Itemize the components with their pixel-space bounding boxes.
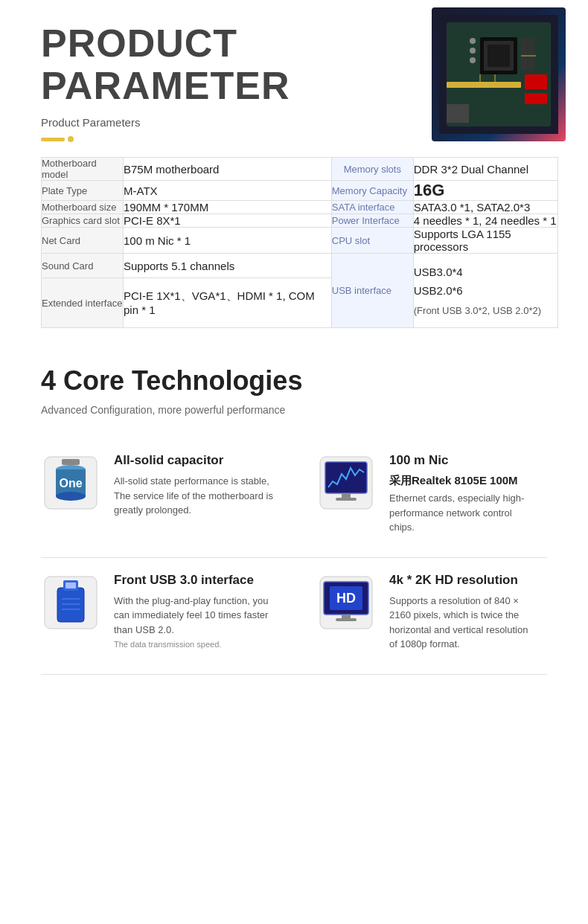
cell-value-memory-slots: DDR 3*2 Dual Channel <box>413 158 557 181</box>
feature-item-capacitor: One All-solid capacitor All-solid state … <box>41 438 294 558</box>
nic-title: 100 m Nic <box>389 453 532 468</box>
svg-rect-22 <box>62 459 80 465</box>
svg-rect-4 <box>488 45 510 67</box>
cell-label-usb: USB interface <box>331 254 413 328</box>
cell-label-gpu-slot: Graphics card slot <box>42 214 124 228</box>
capacitor-icon: One <box>41 453 100 513</box>
svg-rect-30 <box>65 583 76 588</box>
feature-item-hd: HD 4k * 2K HD resolution Supports a reso… <box>294 558 547 675</box>
svg-point-20 <box>56 492 86 501</box>
feature-grid: One All-solid capacitor All-solid state … <box>41 438 547 675</box>
cell-label-sata: SATA interface <box>331 201 413 214</box>
motherboard-svg <box>439 15 558 134</box>
core-title: 4 Core Technologies <box>41 365 547 397</box>
svg-point-15 <box>470 48 476 54</box>
svg-rect-39 <box>336 618 357 621</box>
svg-rect-5 <box>521 37 527 71</box>
cell-label-sound-card: Sound Card <box>42 254 124 278</box>
svg-point-16 <box>470 57 476 63</box>
usb-icon <box>41 573 100 632</box>
cell-label-memory-slots: Memory slots <box>331 158 413 181</box>
spec-table-section: Motherboard model B75M motherboard Memor… <box>0 157 588 350</box>
svg-text:One: One <box>59 477 82 490</box>
nic-desc: Ethernet cards, especially high-performa… <box>389 491 532 535</box>
cell-value-mb-size: 190MM * 170MM <box>124 201 332 214</box>
cell-label-mem-cap: Memory Capacity <box>331 181 413 201</box>
cell-value-cpu-slot: Supports LGA 1155 processors <box>413 228 557 254</box>
cell-value-gpu-slot: PCI-E 8X*1 <box>124 214 332 228</box>
table-row: Plate Type M-ATX Memory Capacity 16G <box>42 181 558 201</box>
cell-value-extended: PCI-E 1X*1、VGA*1、HDMI * 1, COM pin * 1 <box>124 278 332 328</box>
svg-rect-28 <box>57 588 84 622</box>
capacitor-desc: All-solid state performance is stable, T… <box>114 474 279 518</box>
usb-desc-small: The data transmission speed. <box>114 640 279 649</box>
cell-value-sound-card: Supports 5.1 channels <box>124 254 332 278</box>
hero-image <box>432 7 566 141</box>
svg-rect-7 <box>447 82 521 88</box>
svg-rect-6 <box>528 37 534 71</box>
core-section: 4 Core Technologies Advanced Configurati… <box>0 350 588 697</box>
cell-value-mb-model: B75M motherboard <box>124 158 332 181</box>
usb-content: Front USB 3.0 interface With the plug-an… <box>114 573 279 649</box>
capacitor-content: All-solid capacitor All-solid state perf… <box>114 453 279 518</box>
cell-label-cpu-slot: CPU slot <box>331 228 413 254</box>
svg-rect-38 <box>342 615 351 618</box>
svg-rect-9 <box>525 93 547 104</box>
svg-rect-8 <box>525 74 547 89</box>
usb-title: Front USB 3.0 interface <box>114 573 279 588</box>
svg-rect-26 <box>336 498 357 501</box>
cell-value-plate-type: M-ATX <box>124 181 332 201</box>
table-row: Sound Card Supports 5.1 channels USB int… <box>42 254 558 278</box>
cell-label-extended: Extended interface <box>42 278 124 328</box>
nic-subtitle: 采用Realtek 8105E 100M <box>389 474 532 488</box>
usb-desc: With the plug-and-play function, you can… <box>114 594 279 638</box>
cell-label-power: Power Interface <box>331 214 413 228</box>
svg-point-14 <box>470 38 476 44</box>
table-row: Net Card 100 m Nic * 1 CPU slot Supports… <box>42 228 558 254</box>
cell-value-usb: USB3.0*4USB2.0*6(Front USB 3.0*2, USB 2.… <box>413 254 557 328</box>
svg-rect-10 <box>447 104 469 123</box>
cell-label-net-card: Net Card <box>42 228 124 254</box>
svg-rect-25 <box>342 493 351 498</box>
hd-icon: HD <box>316 573 376 632</box>
nic-icon <box>316 453 376 513</box>
core-desc: Advanced Configuration, more powerful pe… <box>41 404 413 416</box>
table-row: Motherboard model B75M motherboard Memor… <box>42 158 558 181</box>
hd-title: 4k * 2K HD resolution <box>389 573 532 588</box>
accent-line <box>41 138 65 141</box>
cell-value-mem-cap: 16G <box>413 181 557 201</box>
svg-text:HD: HD <box>336 591 356 606</box>
accent-dot <box>68 136 74 142</box>
feature-item-nic: 100 m Nic 采用Realtek 8105E 100M Ethernet … <box>294 438 547 558</box>
cell-label-mb-size: Motherboard size <box>42 201 124 214</box>
table-row: Motherboard size 190MM * 170MM SATA inte… <box>42 201 558 214</box>
cell-value-net-card: 100 m Nic * 1 <box>124 228 332 254</box>
spec-table: Motherboard model B75M motherboard Memor… <box>41 157 558 328</box>
capacitor-title: All-solid capacitor <box>114 453 279 468</box>
hero-section: PRODUCT PARAMETER Product Parameters <box>0 0 588 157</box>
table-row: Graphics card slot PCI-E 8X*1 Power Inte… <box>42 214 558 228</box>
cell-label-mb-model: Motherboard model <box>42 158 124 181</box>
hd-content: 4k * 2K HD resolution Supports a resolut… <box>389 573 532 652</box>
cell-label-plate-type: Plate Type <box>42 181 124 201</box>
nic-content: 100 m Nic 采用Realtek 8105E 100M Ethernet … <box>389 453 532 535</box>
cell-value-sata: SATA3.0 *1, SATA2.0*3 <box>413 201 557 214</box>
feature-item-usb: Front USB 3.0 interface With the plug-an… <box>41 558 294 675</box>
hd-desc: Supports a resolution of 840 × 2160 pixe… <box>389 594 532 652</box>
cell-value-power: 4 needles * 1, 24 needles * 1 <box>413 214 557 228</box>
